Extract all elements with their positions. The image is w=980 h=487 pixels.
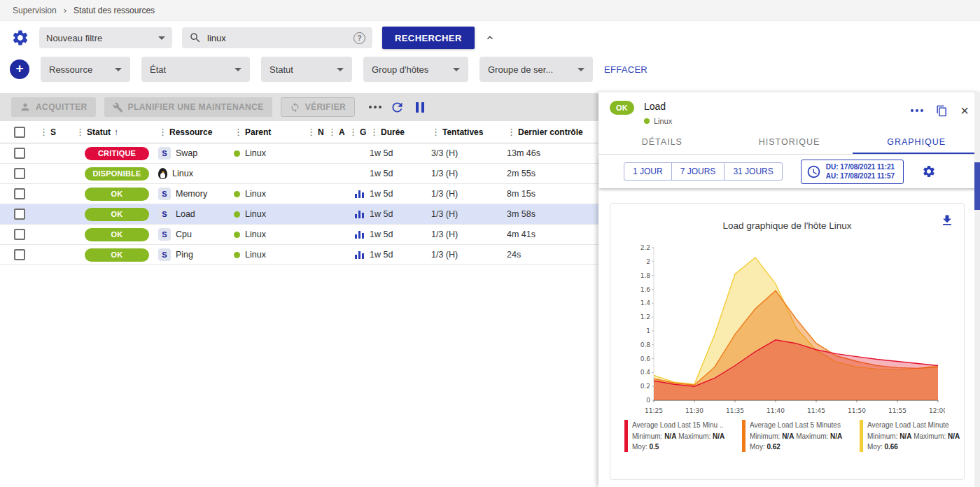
- drag-handle-icon[interactable]: ⋮: [507, 127, 516, 137]
- criteria-select-statut[interactable]: Statut: [261, 57, 352, 82]
- header-cell-parent[interactable]: ⋮Parent: [234, 121, 307, 143]
- resource-name[interactable]: Memory: [176, 189, 207, 199]
- table-body: CRITIQUESSwapLinux1w 5d3/3 (H)13m 46sDIS…: [0, 143, 598, 265]
- header-cell-tries[interactable]: ⋮Tentatives: [431, 121, 507, 143]
- criteria-select-etat[interactable]: État: [141, 57, 250, 82]
- legend-color-bar: [860, 420, 863, 452]
- tab-graphique[interactable]: GRAPHIQUE: [853, 129, 980, 154]
- download-icon[interactable]: [940, 213, 954, 230]
- scrollbar-thumb[interactable]: [974, 162, 980, 210]
- row-checkbox[interactable]: [14, 249, 25, 260]
- header-cell-graph[interactable]: ⋮G: [349, 121, 370, 143]
- graph-icon[interactable]: [355, 190, 364, 198]
- drag-handle-icon[interactable]: ⋮: [234, 127, 243, 137]
- drag-handle-icon[interactable]: ⋮: [349, 127, 358, 137]
- filters-gear-icon[interactable]: [11, 29, 29, 47]
- header-cell-severity[interactable]: ⋮S: [39, 121, 76, 143]
- refresh-icon[interactable]: [390, 100, 405, 115]
- copy-link-icon[interactable]: [936, 105, 948, 117]
- saved-filter-select[interactable]: Nouveau filtre: [39, 27, 172, 48]
- tab-details[interactable]: DÉTAILS: [598, 129, 726, 154]
- graph-icon[interactable]: [355, 231, 364, 239]
- row-checkbox[interactable]: [14, 148, 25, 159]
- row-checkbox[interactable]: [14, 168, 25, 179]
- table-row[interactable]: OKSCpuLinux1w 5d1/3 (H)4m 41s: [0, 225, 598, 245]
- criteria-select-group-d-hotes[interactable]: Group d'hôtes: [363, 57, 468, 82]
- drag-handle-icon[interactable]: ⋮: [158, 127, 167, 137]
- svg-text:0.4: 0.4: [640, 369, 650, 376]
- add-criteria-button[interactable]: +: [10, 59, 29, 79]
- cell-parent: Linux: [234, 204, 307, 224]
- svg-text:1.4: 1.4: [640, 299, 650, 306]
- search-input[interactable]: [207, 33, 348, 43]
- table-row[interactable]: OKSPingLinux1w 5d1/3 (H)24s: [0, 245, 598, 265]
- drag-handle-icon[interactable]: ⋮: [76, 127, 85, 137]
- graph-icon[interactable]: [355, 211, 364, 218]
- parent-name[interactable]: Linux: [245, 148, 266, 158]
- select-all-checkbox[interactable]: [14, 127, 25, 138]
- criteria-select-ressource[interactable]: Ressource: [41, 57, 130, 82]
- service-icon: S: [158, 228, 171, 241]
- drag-handle-icon[interactable]: ⋮: [328, 127, 337, 137]
- panel-scrollbar[interactable]: [974, 92, 980, 487]
- search-button[interactable]: RECHERCHER: [382, 27, 475, 49]
- downtime-button[interactable]: PLANIFIER UNE MAINTENANCE: [104, 97, 272, 117]
- svg-text:11:55: 11:55: [888, 407, 906, 414]
- cell-parent: Linux: [234, 143, 307, 163]
- parent-name[interactable]: Linux: [245, 230, 266, 239]
- legend-item[interactable]: Average Load Last MinuteMinimum: N/A Max…: [860, 420, 970, 453]
- graph-settings-gear-icon[interactable]: [922, 164, 936, 178]
- cell-graph: [349, 143, 370, 163]
- close-panel-icon[interactable]: ×: [960, 104, 969, 118]
- help-icon[interactable]: ?: [354, 32, 365, 44]
- header-cell-action[interactable]: ⋮A: [328, 121, 349, 143]
- check-button[interactable]: VÉRIFIER: [281, 97, 356, 117]
- clear-filters-button[interactable]: EFFACER: [604, 64, 648, 75]
- drag-handle-icon[interactable]: ⋮: [307, 127, 316, 137]
- header-cell-notes[interactable]: ⋮N: [307, 121, 328, 143]
- header-cell-status[interactable]: ⋮Statut↑: [76, 121, 158, 143]
- header-cell-duration[interactable]: ⋮Durée: [370, 121, 431, 143]
- table-row[interactable]: OKSMemoryLinux1w 5d1/3 (H)8m 15s: [0, 184, 598, 204]
- resource-name[interactable]: Ping: [176, 250, 193, 260]
- chart-card: Load graphique de l'hôte Linux 00.20.40.…: [610, 203, 965, 480]
- parent-name[interactable]: Linux: [245, 250, 266, 260]
- range-button-31-jours[interactable]: 31 JOURS: [724, 162, 782, 181]
- table-row[interactable]: CRITIQUESSwapLinux1w 5d3/3 (H)13m 46s: [0, 143, 598, 164]
- row-checkbox[interactable]: [14, 229, 25, 240]
- acknowledge-button[interactable]: ACQUITTER: [11, 97, 96, 117]
- row-checkbox[interactable]: [14, 209, 25, 220]
- table-row[interactable]: DISPONIBLELinux1w 5d1/3 (H)2m 55s: [0, 164, 598, 184]
- breadcrumb-item-statut-des-ressources[interactable]: Statut des ressources: [74, 6, 155, 15]
- chart-title: Load graphique de l'hôte Linux: [619, 220, 955, 231]
- legend-item[interactable]: Average Load Last 5 MinutesMinimum: N/A …: [742, 420, 853, 453]
- criteria-select-groupe-de-ser[interactable]: Groupe de ser...: [479, 57, 593, 82]
- resource-name[interactable]: Swap: [176, 148, 197, 158]
- pause-icon[interactable]: [416, 102, 424, 113]
- collapse-chevron-up-icon[interactable]: [484, 32, 496, 43]
- legend-item[interactable]: Average Load Last 15 Minu ..Minimum: N/A…: [624, 420, 735, 453]
- table-row[interactable]: OKSLoadLinux1w 5d1/3 (H)3m 58s: [0, 204, 598, 225]
- parent-name[interactable]: Linux: [245, 189, 266, 199]
- tab-historique[interactable]: HISTORIQUE: [726, 129, 853, 154]
- drag-handle-icon[interactable]: ⋮: [431, 127, 440, 137]
- parent-name[interactable]: Linux: [245, 209, 266, 219]
- resource-name[interactable]: Load: [176, 209, 195, 219]
- details-panel: OK Load Linux × DÉTAILSHISTORIQUEGRAPHIQ…: [598, 92, 980, 487]
- drag-handle-icon[interactable]: ⋮: [370, 127, 379, 137]
- date-range-picker[interactable]: DU: 17/08/2021 11:21 AU: 17/08/2021 11:5…: [801, 160, 904, 184]
- breadcrumb-item-supervision[interactable]: Supervision: [13, 6, 57, 15]
- row-checkbox[interactable]: [14, 188, 25, 199]
- panel-header: OK Load Linux ×: [598, 92, 980, 128]
- header-cell-resource[interactable]: ⋮Ressource: [158, 121, 234, 143]
- more-actions-icon[interactable]: [369, 106, 382, 108]
- resource-name[interactable]: Linux: [172, 169, 193, 178]
- drag-handle-icon[interactable]: ⋮: [39, 127, 48, 137]
- header-cell-last_check[interactable]: ⋮Dernier contrôle: [507, 121, 598, 143]
- resource-name[interactable]: Cpu: [176, 230, 192, 239]
- legend-text: Average Load Last 5 MinutesMinimum: N/A …: [750, 420, 842, 453]
- panel-more-icon[interactable]: [911, 109, 923, 112]
- range-button-1-jour[interactable]: 1 JOUR: [624, 162, 672, 181]
- range-button-7-jours[interactable]: 7 JOURS: [671, 162, 725, 181]
- graph-icon[interactable]: [355, 251, 364, 259]
